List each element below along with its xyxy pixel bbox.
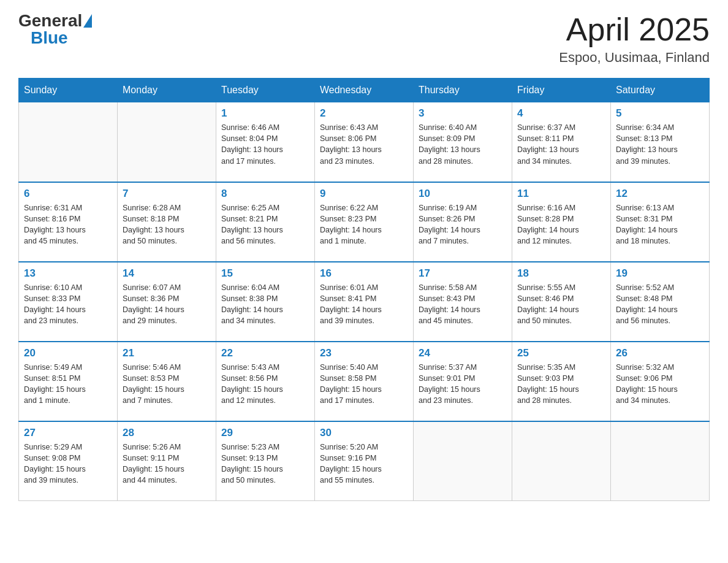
logo-blue-text: Blue	[31, 29, 68, 47]
day-info: Sunrise: 5:52 AM Sunset: 8:48 PM Dayligh…	[616, 282, 704, 327]
table-row: 11Sunrise: 6:16 AM Sunset: 8:28 PM Dayli…	[512, 182, 611, 262]
day-info: Sunrise: 5:55 AM Sunset: 8:46 PM Dayligh…	[517, 282, 605, 327]
table-row	[414, 421, 512, 501]
table-row: 7Sunrise: 6:28 AM Sunset: 8:18 PM Daylig…	[118, 182, 216, 262]
col-saturday: Saturday	[611, 79, 710, 102]
table-row: 25Sunrise: 5:35 AM Sunset: 9:03 PM Dayli…	[512, 342, 611, 421]
location-subtitle: Espoo, Uusimaa, Finland	[559, 50, 710, 66]
day-info: Sunrise: 6:13 AM Sunset: 8:31 PM Dayligh…	[616, 202, 704, 247]
day-number: 21	[123, 347, 211, 359]
table-row: 26Sunrise: 5:32 AM Sunset: 9:06 PM Dayli…	[611, 342, 710, 421]
day-info: Sunrise: 5:35 AM Sunset: 9:03 PM Dayligh…	[517, 362, 605, 407]
day-number: 25	[517, 347, 605, 359]
day-number: 5	[616, 107, 704, 120]
day-number: 14	[123, 267, 211, 280]
day-number: 15	[221, 267, 309, 280]
page-header: General Blue April 2025 Espoo, Uusimaa, …	[18, 12, 710, 66]
day-number: 9	[320, 188, 408, 200]
day-number: 29	[221, 427, 309, 439]
calendar-table: Sunday Monday Tuesday Wednesday Thursday…	[18, 78, 710, 501]
day-info: Sunrise: 6:28 AM Sunset: 8:18 PM Dayligh…	[123, 202, 211, 247]
calendar-week-row: 6Sunrise: 6:31 AM Sunset: 8:16 PM Daylig…	[19, 182, 710, 262]
table-row: 6Sunrise: 6:31 AM Sunset: 8:16 PM Daylig…	[19, 182, 118, 262]
table-row	[512, 421, 611, 501]
day-number: 4	[517, 107, 605, 120]
day-info: Sunrise: 6:37 AM Sunset: 8:11 PM Dayligh…	[517, 122, 605, 167]
day-number: 28	[123, 427, 211, 439]
day-number: 27	[24, 427, 112, 439]
day-info: Sunrise: 6:31 AM Sunset: 8:16 PM Dayligh…	[24, 202, 112, 247]
table-row: 13Sunrise: 6:10 AM Sunset: 8:33 PM Dayli…	[19, 262, 118, 342]
day-info: Sunrise: 6:40 AM Sunset: 8:09 PM Dayligh…	[419, 122, 507, 167]
day-number: 20	[24, 347, 112, 359]
day-info: Sunrise: 6:43 AM Sunset: 8:06 PM Dayligh…	[320, 122, 408, 167]
day-number: 6	[24, 188, 112, 200]
table-row	[19, 102, 118, 182]
calendar-header-row: Sunday Monday Tuesday Wednesday Thursday…	[19, 79, 710, 102]
day-info: Sunrise: 6:04 AM Sunset: 8:38 PM Dayligh…	[221, 282, 309, 327]
col-thursday: Thursday	[414, 79, 512, 102]
table-row: 30Sunrise: 5:20 AM Sunset: 9:16 PM Dayli…	[315, 421, 414, 501]
day-number: 12	[616, 188, 704, 200]
day-info: Sunrise: 5:29 AM Sunset: 9:08 PM Dayligh…	[24, 442, 112, 486]
day-info: Sunrise: 5:43 AM Sunset: 8:56 PM Dayligh…	[221, 362, 309, 407]
day-info: Sunrise: 6:22 AM Sunset: 8:23 PM Dayligh…	[320, 202, 408, 247]
table-row: 5Sunrise: 6:34 AM Sunset: 8:13 PM Daylig…	[611, 102, 710, 182]
table-row: 3Sunrise: 6:40 AM Sunset: 8:09 PM Daylig…	[414, 102, 512, 182]
day-number: 18	[517, 267, 605, 280]
day-info: Sunrise: 5:26 AM Sunset: 9:11 PM Dayligh…	[123, 442, 211, 486]
col-friday: Friday	[512, 79, 611, 102]
table-row	[611, 421, 710, 501]
logo-general-text: General	[18, 12, 82, 29]
day-info: Sunrise: 5:23 AM Sunset: 9:13 PM Dayligh…	[221, 442, 309, 486]
day-info: Sunrise: 5:46 AM Sunset: 8:53 PM Dayligh…	[123, 362, 211, 407]
col-sunday: Sunday	[19, 79, 118, 102]
table-row: 28Sunrise: 5:26 AM Sunset: 9:11 PM Dayli…	[118, 421, 216, 501]
table-row: 1Sunrise: 6:46 AM Sunset: 8:04 PM Daylig…	[216, 102, 315, 182]
table-row: 15Sunrise: 6:04 AM Sunset: 8:38 PM Dayli…	[216, 262, 315, 342]
day-number: 19	[616, 267, 704, 280]
day-info: Sunrise: 6:01 AM Sunset: 8:41 PM Dayligh…	[320, 282, 408, 327]
day-number: 17	[419, 267, 507, 280]
day-number: 22	[221, 347, 309, 359]
table-row: 14Sunrise: 6:07 AM Sunset: 8:36 PM Dayli…	[118, 262, 216, 342]
day-number: 2	[320, 107, 408, 120]
day-info: Sunrise: 6:25 AM Sunset: 8:21 PM Dayligh…	[221, 202, 309, 247]
table-row: 17Sunrise: 5:58 AM Sunset: 8:43 PM Dayli…	[414, 262, 512, 342]
day-info: Sunrise: 5:40 AM Sunset: 8:58 PM Dayligh…	[320, 362, 408, 407]
title-block: April 2025 Espoo, Uusimaa, Finland	[559, 12, 710, 66]
day-info: Sunrise: 5:32 AM Sunset: 9:06 PM Dayligh…	[616, 362, 704, 407]
day-info: Sunrise: 6:07 AM Sunset: 8:36 PM Dayligh…	[123, 282, 211, 327]
day-number: 26	[616, 347, 704, 359]
day-info: Sunrise: 6:34 AM Sunset: 8:13 PM Dayligh…	[616, 122, 704, 167]
day-info: Sunrise: 5:37 AM Sunset: 9:01 PM Dayligh…	[419, 362, 507, 407]
table-row: 12Sunrise: 6:13 AM Sunset: 8:31 PM Dayli…	[611, 182, 710, 262]
day-number: 13	[24, 267, 112, 280]
col-monday: Monday	[118, 79, 216, 102]
logo: General Blue	[18, 12, 92, 47]
day-info: Sunrise: 6:46 AM Sunset: 8:04 PM Dayligh…	[221, 122, 309, 167]
table-row: 20Sunrise: 5:49 AM Sunset: 8:51 PM Dayli…	[19, 342, 118, 421]
calendar-week-row: 20Sunrise: 5:49 AM Sunset: 8:51 PM Dayli…	[19, 342, 710, 421]
day-number: 3	[419, 107, 507, 120]
calendar-week-row: 13Sunrise: 6:10 AM Sunset: 8:33 PM Dayli…	[19, 262, 710, 342]
day-number: 16	[320, 267, 408, 280]
day-info: Sunrise: 5:49 AM Sunset: 8:51 PM Dayligh…	[24, 362, 112, 407]
calendar-week-row: 27Sunrise: 5:29 AM Sunset: 9:08 PM Dayli…	[19, 421, 710, 501]
month-year-title: April 2025	[559, 12, 710, 47]
logo-triangle-icon	[83, 14, 92, 28]
calendar-week-row: 1Sunrise: 6:46 AM Sunset: 8:04 PM Daylig…	[19, 102, 710, 182]
day-number: 23	[320, 347, 408, 359]
day-number: 7	[123, 188, 211, 200]
col-wednesday: Wednesday	[315, 79, 414, 102]
table-row: 21Sunrise: 5:46 AM Sunset: 8:53 PM Dayli…	[118, 342, 216, 421]
table-row: 9Sunrise: 6:22 AM Sunset: 8:23 PM Daylig…	[315, 182, 414, 262]
day-info: Sunrise: 6:10 AM Sunset: 8:33 PM Dayligh…	[24, 282, 112, 327]
day-number: 24	[419, 347, 507, 359]
table-row: 19Sunrise: 5:52 AM Sunset: 8:48 PM Dayli…	[611, 262, 710, 342]
table-row: 23Sunrise: 5:40 AM Sunset: 8:58 PM Dayli…	[315, 342, 414, 421]
table-row: 2Sunrise: 6:43 AM Sunset: 8:06 PM Daylig…	[315, 102, 414, 182]
col-tuesday: Tuesday	[216, 79, 315, 102]
day-number: 10	[419, 188, 507, 200]
day-number: 30	[320, 427, 408, 439]
